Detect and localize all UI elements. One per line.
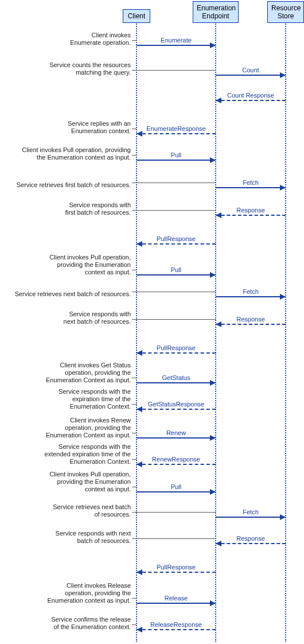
- message-arrow: [137, 382, 216, 383]
- message-label: PullResponse: [139, 564, 213, 571]
- step-description: Service responds with nextbatch of resou…: [1, 530, 131, 545]
- message-arrow: [216, 517, 286, 518]
- leader-line: [132, 512, 216, 513]
- message-label: Response: [213, 316, 288, 323]
- step-description: Client invokes Renewoperation, providing…: [1, 417, 131, 439]
- message-label: Fetch: [213, 179, 288, 186]
- leader-line: [132, 487, 137, 487]
- leader-line: [132, 378, 137, 378]
- message-arrow: [137, 603, 216, 604]
- message-label: Pull: [139, 152, 213, 158]
- step-description: Client invokes Get Statusoperation, prov…: [1, 362, 131, 384]
- leader-line: [132, 129, 137, 129]
- message-label: EnumerateResponse: [139, 125, 213, 132]
- lifeline-client: [136, 22, 137, 642]
- step-description: Client invokes Pull operation,providing …: [1, 254, 131, 276]
- message-arrow: [137, 274, 216, 276]
- message-label: Response: [213, 207, 288, 214]
- message-label: RenewResponse: [139, 456, 213, 463]
- participant-store: ResourceStore: [267, 1, 304, 23]
- step-description: Service responds withfirst batch of reso…: [1, 201, 131, 216]
- leader-line: [132, 210, 216, 211]
- message-label: Renew: [139, 429, 213, 436]
- message-arrow: [137, 409, 216, 410]
- step-description: Service responds withnext batch of resou…: [1, 311, 131, 325]
- step-description: Service retrieves next batchof resources…: [1, 503, 131, 518]
- step-description: Service responds with theextended expira…: [1, 443, 131, 465]
- step-description: Service responds with theexpiration time…: [1, 388, 131, 410]
- message-arrow: [137, 464, 216, 465]
- message-label: Pull: [139, 266, 213, 273]
- message-arrow: [137, 160, 216, 161]
- step-description: Client invokes Releaseoperation, providi…: [1, 582, 131, 604]
- message-arrow: [137, 437, 216, 439]
- message-label: Count: [213, 67, 288, 73]
- message-label: GetStatusResponse: [139, 401, 213, 408]
- message-label: Pull: [139, 483, 213, 490]
- step-description: Client invokes Pull operation,providing …: [1, 471, 131, 493]
- leader-line: [132, 270, 137, 270]
- message-arrow: [216, 543, 286, 544]
- leader-line: [132, 40, 137, 41]
- message-arrow: [216, 187, 286, 188]
- message-label: Enumerate: [139, 37, 213, 44]
- message-arrow: [137, 352, 216, 354]
- message-label: Count Response: [213, 92, 288, 99]
- leader-line: [132, 598, 137, 599]
- message-label: PullResponse: [139, 235, 213, 242]
- message-arrow: [137, 572, 216, 573]
- step-description: Service confirms the releaseof the Enume…: [1, 616, 131, 631]
- message-label: Fetch: [213, 509, 288, 515]
- leader-line: [132, 319, 216, 320]
- lifeline-store: [285, 22, 286, 642]
- sequence-diagram: { "layout": { "diagramHeight": 1118, "li…: [0, 0, 304, 644]
- message-arrow: [137, 45, 216, 46]
- step-description: Service retrieves next batch of resource…: [1, 290, 131, 298]
- message-arrow: [216, 324, 286, 325]
- leader-line: [132, 155, 137, 156]
- message-label: Response: [213, 535, 288, 542]
- participant-endpoint: EnumerationEndpoint: [193, 1, 239, 23]
- step-description: Service counts the resourcesmatching the…: [1, 61, 131, 76]
- leader-line: [132, 433, 137, 433]
- lifeline-endpoint: [215, 22, 216, 642]
- step-description: Service replies with anEnumeration conte…: [1, 120, 131, 135]
- message-label: PullResponse: [139, 344, 213, 351]
- message-arrow: [216, 100, 286, 101]
- message-label: Fetch: [213, 288, 288, 295]
- leader-line: [132, 538, 216, 539]
- message-arrow: [216, 296, 286, 297]
- step-description: Service retrieves first batch of resourc…: [1, 181, 131, 189]
- leader-line: [132, 459, 137, 460]
- message-arrow: [137, 629, 216, 630]
- message-label: GetStatus: [139, 374, 213, 381]
- participant-client: Client: [123, 9, 150, 23]
- message-arrow: [216, 215, 286, 216]
- leader-line: [132, 624, 137, 625]
- leader-line: [132, 404, 137, 405]
- leader-line: [132, 70, 216, 71]
- message-arrow: [137, 243, 216, 245]
- step-description: Client invokesEnumerate operation.: [1, 32, 131, 46]
- step-description: Client invokes Pull operation, providing…: [1, 146, 131, 161]
- message-arrow: [137, 491, 216, 492]
- message-arrow: [137, 133, 216, 134]
- message-label: ReleaseResponse: [139, 621, 213, 628]
- leader-line: [132, 183, 216, 183]
- message-arrow: [216, 75, 286, 76]
- leader-line: [132, 292, 216, 292]
- message-label: Release: [139, 595, 213, 602]
